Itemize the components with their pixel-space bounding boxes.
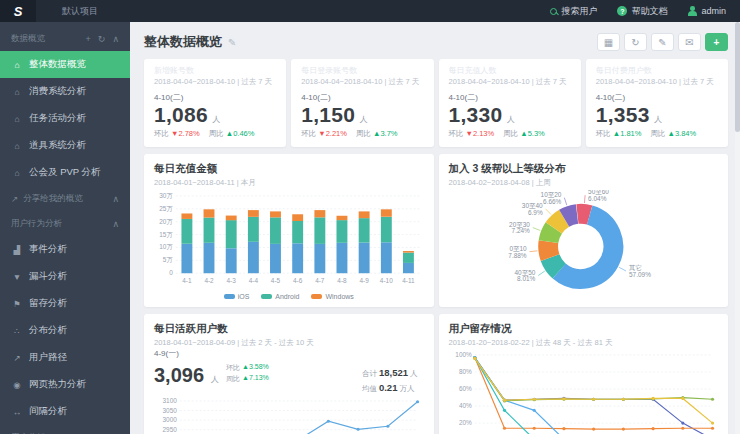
share-icon: ↗: [11, 194, 18, 204]
stat-card-row: 新增账号数 2018-04-04~2018-04-10 | 过去 7 天 4-1…: [144, 59, 728, 147]
chart-title: 每日活跃用户数: [154, 322, 424, 336]
svg-text:4-3: 4-3: [227, 277, 237, 284]
sidebar-item[interactable]: ↔ 间隔分析: [0, 398, 130, 425]
stat-card[interactable]: 每日充值人数 2018-04-04~2018-04-10 | 过去 7 天 4-…: [439, 59, 581, 147]
sidebar-item[interactable]: ▼ 漏斗分析: [0, 263, 130, 290]
svg-text:4-9: 4-9: [359, 277, 369, 284]
page-title: 整体数据概览: [144, 33, 222, 51]
legend-item[interactable]: Windows: [311, 293, 353, 300]
sidebar-group-shared[interactable]: ↗ 分享给我的概览 ∧: [0, 186, 130, 211]
dau-chart-card: 每日活跃用户数 2018-04-01~2018-04-09 | 过去 2 天 -…: [144, 314, 434, 434]
retention-line-chart[interactable]: 100%80%60%40%20%0%第0周第1周第2周第3周第4周第5周第6周第…: [449, 350, 719, 434]
help-icon: ?: [617, 6, 627, 16]
stat-card-value: 1,353: [596, 103, 650, 126]
add-card-button[interactable]: +: [705, 33, 728, 51]
menu-item-icon: ∴: [12, 326, 22, 336]
menu-item-icon: ↗: [12, 353, 22, 363]
legend-swatch: [311, 294, 322, 299]
svg-text:20万: 20万: [159, 218, 173, 225]
chart-subtitle: 2018-04-02~2018-04-08 | 上周: [449, 178, 719, 188]
svg-text:3000: 3000: [162, 416, 177, 423]
svg-text:100%: 100%: [455, 351, 472, 358]
main-content: 整体数据概览 ✎ ▦ ↻ ✎ ✉ + 新增账号数 2018-04-04~2018…: [130, 22, 740, 434]
svg-text:25万: 25万: [159, 205, 173, 212]
svg-text:10至20: 10至20: [540, 191, 561, 198]
svg-text:20至30: 20至30: [509, 221, 530, 228]
edit-title-icon[interactable]: ✎: [228, 37, 236, 48]
home-icon: ⌂: [12, 114, 22, 124]
sidebar-item[interactable]: ⌂ 道具系统分析: [0, 132, 130, 159]
chart-subtitle: 2018-04-01~2018-04-09 | 过去 2 天 - 过去 10 天: [154, 338, 424, 348]
refresh-button[interactable]: ↻: [624, 33, 647, 51]
app-logo[interactable]: S: [0, 0, 36, 22]
sidebar-item[interactable]: ↗ 用户路径: [0, 344, 130, 371]
recharge-stacked-bar-chart[interactable]: 30万25万20万15万10万5万04-14-24-34-44-54-64-74…: [154, 190, 424, 293]
sidebar-item[interactable]: ▟ 事件分析: [0, 236, 130, 263]
project-selector[interactable]: 默认项目: [62, 5, 98, 18]
calendar-button[interactable]: ▦: [597, 33, 620, 51]
dau-date: 4-9(一): [154, 348, 424, 359]
legend-item[interactable]: Android: [261, 293, 299, 300]
svg-text:0至10: 0至10: [509, 245, 527, 252]
home-icon: ⌂: [12, 141, 22, 151]
change-badge: ▲3.58%: [242, 363, 269, 373]
svg-text:0: 0: [169, 269, 173, 276]
stat-card[interactable]: 每日登录账号数 2018-04-04~2018-04-10 | 过去 7 天 4…: [291, 59, 433, 147]
legend-swatch: [224, 294, 235, 299]
chart-title: 每日充值金额: [154, 162, 424, 176]
calendar-icon: ▦: [604, 37, 613, 48]
chart-subtitle: 2018-01-20~2018-02-22 | 过去 48 天 - 过去 81 …: [449, 338, 719, 348]
dau-line-chart[interactable]: 31003050300029502900285028004-14-24-34-4…: [154, 396, 424, 434]
chart-title: 用户留存情况: [449, 322, 719, 336]
message-icon: ✉: [685, 37, 693, 48]
sidebar-group-behavior[interactable]: 用户行为分析 ∧: [0, 211, 130, 236]
project-name: 默认项目: [62, 5, 98, 18]
sidebar-item[interactable]: ◉ 网页热力分析: [0, 371, 130, 398]
stat-card-unit: 人: [360, 115, 368, 124]
stat-card-unit: 人: [654, 115, 662, 124]
menu-item-icon: ▼: [12, 272, 22, 282]
wow-change: ▲3.7%: [373, 129, 398, 139]
collapse-overview-icon[interactable]: ∧: [112, 34, 119, 44]
stat-card[interactable]: 新增账号数 2018-04-04~2018-04-10 | 过去 7 天 4-1…: [144, 59, 286, 147]
sidebar-group-user[interactable]: 用户分析 ∧: [0, 425, 130, 434]
sidebar-item[interactable]: ∴ 分布分析: [0, 317, 130, 344]
message-button[interactable]: ✉: [678, 33, 701, 51]
svg-text:4-10: 4-10: [380, 277, 393, 284]
summary-stat: 合计18,521人: [362, 367, 418, 379]
sidebar-item[interactable]: ⌂ 消费系统分析: [0, 78, 130, 105]
svg-text:4-7: 4-7: [315, 277, 325, 284]
refresh-overview-icon[interactable]: ↻: [98, 34, 106, 44]
menu-item-icon: ↔: [12, 407, 22, 417]
search-user-button[interactable]: 搜索用户: [550, 5, 597, 18]
level-donut-chart[interactable]: 50至606.04%其它57.09%40至508.01%0至107.88%20至…: [449, 190, 719, 301]
sidebar-item[interactable]: ⌂ 公会及 PVP 分析: [0, 159, 130, 186]
sidebar-item[interactable]: ⌂ 整体数据概览: [0, 51, 130, 78]
toolbar: ▦ ↻ ✎ ✉ +: [597, 33, 728, 51]
stat-card-title: 每日登录账号数: [301, 65, 423, 75]
collapse-shared-icon[interactable]: ∧: [112, 194, 119, 204]
bar-legend: iOS Android Windows: [154, 293, 424, 300]
overview-menu: ⌂ 整体数据概览 ⌂ 消费系统分析 ⌂ 任务活动分析 ⌂ 道具系统分析: [0, 51, 130, 186]
sidebar-item[interactable]: ⚑ 留存分析: [0, 290, 130, 317]
summary-stat: 均值0.21万人: [362, 382, 418, 394]
svg-text:4-6: 4-6: [293, 277, 303, 284]
svg-text:60%: 60%: [458, 385, 471, 392]
svg-text:40至50: 40至50: [514, 269, 535, 276]
sidebar-item[interactable]: ⌂ 任务活动分析: [0, 105, 130, 132]
scrollbar-thumb[interactable]: [735, 22, 740, 132]
stat-card-range: 2018-04-04~2018-04-10 | 过去 7 天: [154, 77, 276, 87]
svg-text:4-11: 4-11: [402, 277, 415, 284]
scrollbar[interactable]: [735, 22, 740, 434]
svg-text:30万: 30万: [159, 192, 173, 199]
add-overview-icon[interactable]: +: [86, 34, 91, 44]
collapse-behavior-icon[interactable]: ∧: [112, 219, 119, 229]
legend-item[interactable]: iOS: [224, 293, 250, 300]
stat-card-date: 4-10(二): [449, 92, 571, 103]
stat-card[interactable]: 每日付费用户数 2018-04-04~2018-04-10 | 过去 7 天 4…: [586, 59, 728, 147]
level-distribution-card: 加入 3 级帮以上等级分布 2018-04-02~2018-04-08 | 上周…: [439, 154, 729, 307]
user-menu[interactable]: admin: [687, 6, 726, 16]
edit-button[interactable]: ✎: [651, 33, 674, 51]
svg-text:8.01%: 8.01%: [517, 275, 536, 282]
help-docs-button[interactable]: ? 帮助文档: [617, 5, 667, 18]
